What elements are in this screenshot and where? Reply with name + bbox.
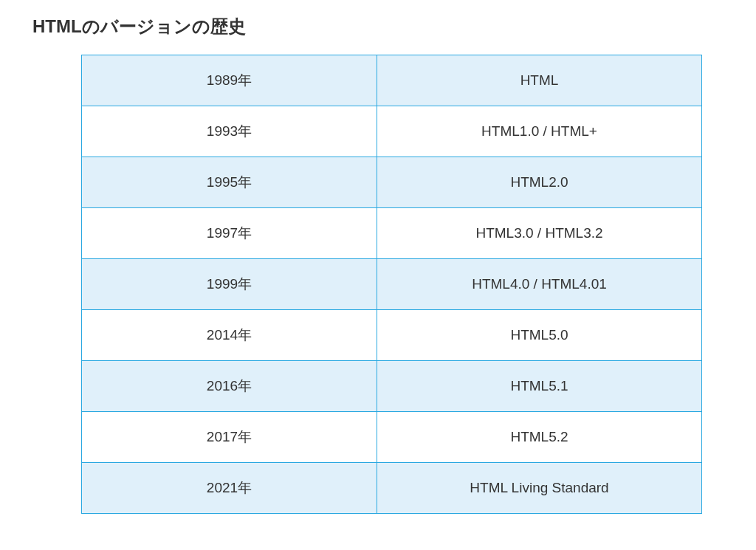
year-cell: 2021年 bbox=[82, 463, 377, 514]
version-cell: HTML4.0 / HTML4.01 bbox=[377, 259, 702, 310]
table-row: 2016年 HTML5.1 bbox=[82, 361, 702, 412]
version-cell: HTML3.0 / HTML3.2 bbox=[377, 208, 702, 259]
year-cell: 1995年 bbox=[82, 157, 377, 208]
version-cell: HTML5.2 bbox=[377, 412, 702, 463]
year-cell: 1993年 bbox=[82, 106, 377, 157]
page-title: HTMLのバージョンの歴史 bbox=[32, 15, 726, 38]
version-cell: HTML5.0 bbox=[377, 310, 702, 361]
year-cell: 1997年 bbox=[82, 208, 377, 259]
table-row: 1995年 HTML2.0 bbox=[82, 157, 702, 208]
table-row: 2017年 HTML5.2 bbox=[82, 412, 702, 463]
table-row: 1993年 HTML1.0 / HTML+ bbox=[82, 106, 702, 157]
table-row: 1997年 HTML3.0 / HTML3.2 bbox=[82, 208, 702, 259]
year-cell: 2016年 bbox=[82, 361, 377, 412]
year-cell: 1989年 bbox=[82, 55, 377, 106]
history-table-wrapper: 1989年 HTML 1993年 HTML1.0 / HTML+ 1995年 H… bbox=[81, 55, 712, 514]
table-row: 2014年 HTML5.0 bbox=[82, 310, 702, 361]
version-cell: HTML2.0 bbox=[377, 157, 702, 208]
version-cell: HTML bbox=[377, 55, 702, 106]
year-cell: 1999年 bbox=[82, 259, 377, 310]
version-cell: HTML Living Standard bbox=[377, 463, 702, 514]
table-row: 2021年 HTML Living Standard bbox=[82, 463, 702, 514]
table-row: 1999年 HTML4.0 / HTML4.01 bbox=[82, 259, 702, 310]
year-cell: 2014年 bbox=[82, 310, 377, 361]
year-cell: 2017年 bbox=[82, 412, 377, 463]
version-cell: HTML5.1 bbox=[377, 361, 702, 412]
version-cell: HTML1.0 / HTML+ bbox=[377, 106, 702, 157]
table-row: 1989年 HTML bbox=[82, 55, 702, 106]
html-version-history-table: 1989年 HTML 1993年 HTML1.0 / HTML+ 1995年 H… bbox=[81, 55, 702, 514]
